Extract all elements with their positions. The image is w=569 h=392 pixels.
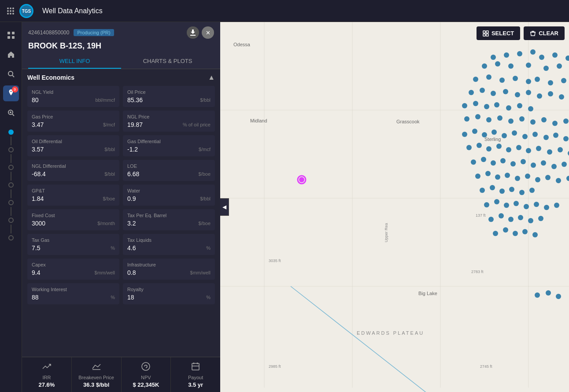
field-row: $mm/well [32, 269, 115, 276]
timeline-line-5 [11, 207, 11, 216]
field-input[interactable] [127, 244, 163, 251]
timeline-dot-4[interactable] [8, 182, 14, 188]
svg-point-178 [538, 216, 543, 221]
grid-menu-icon[interactable]: .topbar-dots-grid span { width:4px;heigh… [7, 7, 14, 15]
field-label: Working Interest [32, 287, 115, 292]
section-title: Well Economics [27, 74, 74, 81]
field-input[interactable] [127, 220, 163, 227]
field-input[interactable] [127, 269, 163, 276]
svg-point-164 [529, 188, 535, 193]
field-card: Capex $mm/well [27, 259, 119, 280]
svg-text:Grasscook: Grasscook [396, 119, 420, 124]
field-input[interactable] [32, 294, 67, 301]
field-unit: $/boe [198, 171, 211, 177]
field-label: Oil Differential [32, 139, 115, 144]
field-input[interactable] [127, 146, 163, 153]
field-card: Oil Price $/bbl [123, 86, 215, 107]
field-input[interactable] [32, 269, 67, 276]
app-logo: TGS [19, 4, 33, 18]
svg-point-90 [464, 116, 469, 122]
field-input[interactable] [32, 244, 67, 251]
field-row: $/bbl [32, 170, 115, 178]
svg-point-135 [481, 157, 486, 162]
field-unit: % [206, 295, 211, 300]
svg-line-9 [12, 114, 14, 116]
field-input[interactable] [127, 170, 163, 178]
svg-point-183 [532, 232, 538, 237]
metric-value: 3.5 yr [188, 381, 203, 388]
svg-rect-5 [12, 36, 15, 39]
timeline-dot-6[interactable] [8, 218, 14, 223]
svg-point-127 [547, 149, 552, 155]
timeline-dot-7[interactable] [8, 235, 14, 240]
nav-home-icon[interactable] [3, 47, 19, 63]
map-controls: SELECT CLEAR [477, 26, 565, 40]
svg-point-69 [469, 90, 474, 95]
svg-rect-218 [483, 31, 485, 33]
economics-section: Well Economics ▲ NGL Yield bbl/mmcf Oil … [22, 69, 220, 357]
svg-point-93 [497, 115, 502, 121]
timeline-dot-2[interactable] [8, 147, 14, 152]
field-label: Water [127, 188, 211, 193]
field-card: Gas Differential $/mcf [123, 135, 215, 156]
npv-icon [141, 362, 151, 374]
metric-payout[interactable]: Payout 3.5 yr [171, 357, 220, 392]
metric-irr[interactable]: IRR 27.6% [22, 357, 72, 392]
svg-point-163 [519, 190, 525, 195]
metrics-bar: IRR 27.6% Breakeven Price 36.3 $/bbl NPV… [22, 357, 220, 392]
svg-point-171 [544, 205, 549, 210]
nav-search-icon[interactable] [3, 66, 19, 82]
metric-label: Breakeven Price [78, 375, 114, 380]
svg-rect-3 [12, 32, 15, 34]
svg-point-94 [508, 118, 514, 124]
svg-point-151 [505, 173, 510, 178]
field-input[interactable] [32, 195, 67, 202]
svg-point-76 [548, 91, 553, 96]
nav-map-icon[interactable]: 9 [3, 85, 19, 101]
field-input[interactable] [32, 170, 67, 178]
timeline-dot-3[interactable] [8, 165, 14, 170]
timeline-dot-1[interactable] [8, 129, 14, 135]
nav-zoom-icon[interactable] [3, 105, 19, 121]
svg-point-85 [484, 104, 489, 109]
clear-button[interactable]: CLEAR [524, 26, 565, 40]
svg-point-46 [539, 55, 544, 60]
field-card: Fixed Cost $/month [27, 209, 119, 230]
svg-point-156 [556, 178, 561, 183]
map-background[interactable]: Midland Grasscook Big Lake EDWARDS PLATE… [220, 22, 569, 392]
select-button[interactable]: SELECT [477, 26, 520, 40]
map-badge: 9 [12, 86, 18, 92]
collapse-panel-button[interactable]: ◀ [220, 198, 229, 216]
field-input[interactable] [32, 220, 67, 227]
nav-grid-icon[interactable] [3, 27, 19, 43]
field-input[interactable] [127, 294, 163, 301]
collapse-button[interactable]: ▲ [208, 74, 215, 81]
app-title: Well Data Analytics [42, 7, 103, 15]
field-input[interactable] [32, 121, 67, 128]
metric-npv[interactable]: NPV $ 22,345K [122, 357, 171, 392]
field-unit: $/mcf [199, 147, 211, 152]
timeline-line-4 [11, 189, 11, 198]
svg-point-91 [475, 114, 480, 119]
close-button[interactable]: ✕ [202, 26, 214, 39]
metric-breakeven-price[interactable]: Breakeven Price 36.3 $/bbl [72, 357, 122, 392]
tab-well-info[interactable]: WELL INFO [28, 54, 121, 69]
svg-point-137 [500, 158, 506, 163]
download-button[interactable] [187, 26, 199, 39]
svg-point-160 [490, 185, 495, 190]
svg-text:EDWARDS PLATEAU: EDWARDS PLATEAU [357, 330, 424, 336]
timeline-dot-5[interactable] [8, 200, 14, 205]
tab-charts-plots[interactable]: CHARTS & PLOTS [121, 54, 214, 69]
field-input[interactable] [127, 121, 163, 128]
field-input[interactable] [32, 146, 67, 153]
field-input[interactable] [127, 96, 163, 104]
svg-point-138 [510, 161, 516, 166]
svg-point-134 [471, 159, 476, 165]
svg-point-173 [488, 217, 494, 222]
field-input[interactable] [32, 96, 67, 104]
well-name: BROOK B-12S, 19H [28, 41, 214, 51]
field-input[interactable] [127, 195, 163, 202]
svg-point-59 [499, 78, 505, 83]
metric-label: NPV [141, 375, 151, 380]
well-info-row: 42461408850000 Producing (PR) ✕ [28, 26, 214, 39]
